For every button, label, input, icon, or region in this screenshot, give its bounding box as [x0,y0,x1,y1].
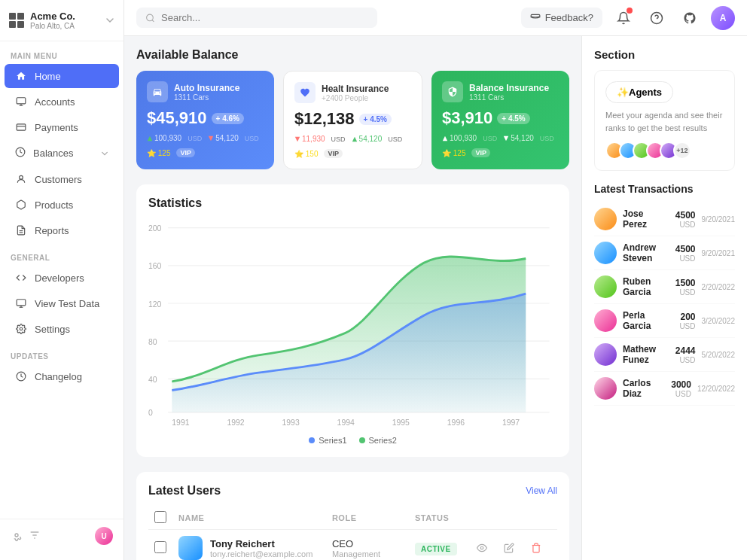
sidebar-filter-icon[interactable] [29,529,41,543]
view-icon [15,297,27,309]
sidebar-item-settings[interactable]: Settings [5,317,119,341]
svg-point-3 [20,175,23,179]
sidebar-item-payments[interactable]: Payments [5,115,119,139]
auto-stat-2: 54,120 [208,134,239,142]
trash-icon [531,543,541,553]
sidebar-item-developers-label: Developers [35,272,84,284]
delete-action[interactable] [526,537,547,558]
tx-name: Mathew Funez [623,344,669,365]
tx-amount: 4500 [675,244,696,254]
sidebar-item-products[interactable]: Products [5,193,119,217]
tx-amount: 3000 [671,379,691,390]
side-panel: Section ✨Agents Meet your agenda and see… [581,36,747,560]
svg-text:1997: 1997 [502,418,520,428]
balance-insurance-card: Balance Insurance 1311 Cars $3,910 + 4.5… [431,71,569,169]
customer-icon [15,173,27,185]
main-content: Feedback? A Available Balance [124,0,747,560]
role-dept: Management [332,549,403,558]
sidebar-user-avatar[interactable]: U [95,527,113,545]
tx-name: Andrew Steven [623,242,669,263]
tx-date: 3/20/2022 [702,317,736,325]
sidebar-item-accounts[interactable]: Accounts [5,90,119,114]
healt-insurance-card: Healt Insurance +2400 People $12,138 + 4… [283,71,422,169]
users-section-header: Latest Users View All [148,484,557,498]
svg-text:120: 120 [148,299,161,309]
balance-card-title: Balance Insurance [469,83,549,93]
healt-stat-2: 54,120 [352,135,383,143]
view-all-link[interactable]: View All [526,485,557,496]
sidebar-item-developers[interactable]: Developers [5,266,119,290]
sidebar-item-payments-label: Payments [35,122,78,133]
edit-action[interactable] [499,537,520,558]
app-name: Acme Co. [30,11,75,22]
users-table: NAME ROLE STATUS [148,507,557,560]
svg-text:160: 160 [148,261,161,271]
auto-card-title: Auto Insurance [174,83,239,93]
balance-stat-3: ⭐ 125 [442,149,465,157]
sidebar-item-balances-label: Balances [33,148,73,159]
latest-users-section: Latest Users View All NAME ROLE STATUS [136,472,569,560]
sidebar-item-balances[interactable]: Balances [5,141,119,166]
auto-insurance-card: Auto Insurance 1311 Cars $45,910 + 4.6% … [136,71,274,169]
sidebar-item-reports[interactable]: Reports [5,218,119,242]
role-name: CEO [332,538,403,549]
healt-card-icon [294,82,316,103]
col-name: NAME [172,507,326,530]
status-badge: ACTIVE [415,543,457,555]
user-avatar[interactable]: A [711,6,735,30]
side-section-title: Section [594,48,735,61]
home-icon [15,70,27,82]
help-icon-btn[interactable] [645,6,669,30]
balance-stat-2: 54,120 [503,134,534,142]
sidebar-item-accounts-label: Accounts [35,96,75,108]
sidebar-item-view-test-data[interactable]: View Test Data [5,291,119,315]
auto-amount: $45,910 [147,108,207,128]
svg-text:1995: 1995 [392,418,410,428]
feedback-label: Feedback? [545,12,593,23]
user-email: tony.reichert@example.com [210,549,313,558]
svg-text:1994: 1994 [337,418,355,428]
auto-card-subtitle: 1311 Cars [174,93,239,102]
changelog-icon [15,370,27,382]
tx-avatar-carlos [594,377,617,400]
select-all-checkbox[interactable] [154,511,166,523]
notification-bell[interactable] [611,6,636,30]
healt-card-subtitle: +2400 People [322,94,389,102]
agents-button-label: ✨Agents [617,87,662,98]
search-input[interactable] [161,12,368,23]
tx-currency: USD [675,254,696,263]
search-box[interactable] [136,8,377,28]
sidebar-settings-icon[interactable] [11,529,23,543]
transaction-item: Jose Perez 4500 USD 9/20/2021 [594,202,735,236]
table-row: Tony Reichert tony.reichert@example.com … [148,530,557,561]
series1-label: Series1 [319,436,346,445]
auto-pct: + 4.6% [212,113,244,124]
tx-name: Jose Perez [623,208,669,230]
topbar-right: Feedback? A [521,6,735,30]
transactions-title: Latest Transactions [594,183,735,195]
agents-button[interactable]: ✨Agents [605,81,673,103]
svg-rect-0 [17,98,26,104]
github-icon [683,11,697,25]
app-sub: Palo Alto, CA [30,22,75,30]
tx-amount: 1500 [675,278,696,288]
sidebar-item-home[interactable]: Home [5,64,119,88]
agents-description: Meet your agenda and see their ranks to … [605,109,724,134]
github-icon-btn[interactable] [678,6,702,30]
svg-text:200: 200 [148,224,161,233]
auto-stat-1: 100,930 [147,134,181,142]
feedback-button[interactable]: Feedback? [521,8,602,28]
transactions-list: Jose Perez 4500 USD 9/20/2021 Andrew Ste… [594,202,735,406]
payment-icon [15,121,27,133]
sidebar-item-products-label: Products [35,199,73,211]
view-action[interactable] [471,537,492,558]
transaction-item: Andrew Steven 4500 USD 9/20/2021 [594,236,735,270]
sidebar-item-customers[interactable]: Customers [5,167,119,191]
sidebar-item-home-label: Home [35,71,61,82]
row-checkbox[interactable] [154,541,166,553]
row-actions [471,537,551,558]
sidebar-item-changelog[interactable]: Changelog [5,364,119,388]
tx-date: 9/20/2021 [702,249,736,257]
notification-badge [627,8,633,14]
series2-label: Series2 [369,436,397,445]
